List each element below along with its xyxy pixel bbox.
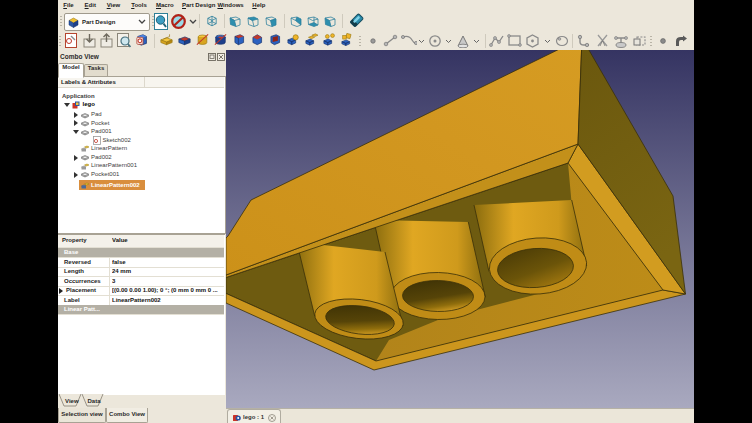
svg-text:Data: Data	[88, 398, 102, 404]
svg-text:View: View	[65, 398, 79, 404]
